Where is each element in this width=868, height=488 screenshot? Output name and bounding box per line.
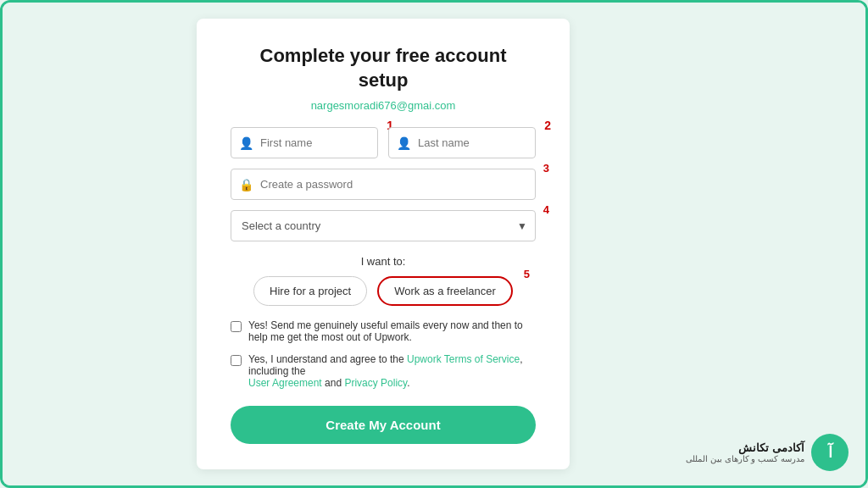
user-agreement-link[interactable]: User Agreement <box>248 377 322 389</box>
work-freelancer-button[interactable]: Work as a freelancer <box>377 276 513 306</box>
password-input[interactable] <box>231 169 536 200</box>
i-want-label: I want to: <box>231 255 536 268</box>
terms-checkbox[interactable] <box>231 355 242 366</box>
logo-text: آکادمی تکانش مدرسه کسب و کارهای بین المل… <box>686 441 804 463</box>
person-icon-2: 👤 <box>397 136 411 150</box>
options-row: Hire for a project Work as a freelancer … <box>231 276 536 306</box>
email-consent-text: Yes! Send me genuinely useful emails eve… <box>248 319 536 343</box>
step-3-label: 3 <box>543 162 549 175</box>
logo-area: آکادمی تکانش مدرسه کسب و کارهای بین المل… <box>686 434 849 471</box>
lock-icon: 🔒 <box>239 178 253 191</box>
password-wrapper: 🔒 3 <box>231 169 536 200</box>
step-2-label: 2 <box>544 119 551 132</box>
country-select[interactable]: Select a country <box>231 210 536 241</box>
signup-card: Complete your free account setup nargesm… <box>197 19 570 469</box>
first-name-wrapper: 👤 1 <box>231 127 378 158</box>
page-background: Complete your free account setup nargesm… <box>3 0 865 488</box>
logo-icon: آ <box>811 434 849 471</box>
last-name-wrapper: 👤 2 <box>388 127 536 158</box>
create-account-button[interactable]: Create My Account <box>231 406 536 444</box>
privacy-policy-link[interactable]: Privacy Policy <box>344 377 407 389</box>
terms-text: Yes, I understand and agree to the Upwor… <box>248 353 536 389</box>
logo-subtitle: مدرسه کسب و کارهای بین المللی <box>686 454 804 463</box>
hire-project-button[interactable]: Hire for a project <box>253 276 367 306</box>
logo-title: آکادمی تکانش <box>686 441 804 454</box>
step-5-label: 5 <box>524 268 530 280</box>
step-4-label: 4 <box>543 203 549 216</box>
email-consent-checkbox[interactable] <box>231 321 242 332</box>
terms-link[interactable]: Upwork Terms of Service <box>407 353 520 365</box>
checkbox-1-row: Yes! Send me genuinely useful emails eve… <box>231 319 536 343</box>
checkbox-2-row: Yes, I understand and agree to the Upwor… <box>231 353 536 389</box>
page-title: Complete your free account setup <box>231 44 536 92</box>
user-email: nargesmoradi676@gmai.com <box>231 99 536 112</box>
name-row: 👤 1 👤 2 <box>231 127 536 158</box>
person-icon-1: 👤 <box>239 136 253 150</box>
country-wrapper: Select a country ▼ 4 <box>231 210 536 241</box>
